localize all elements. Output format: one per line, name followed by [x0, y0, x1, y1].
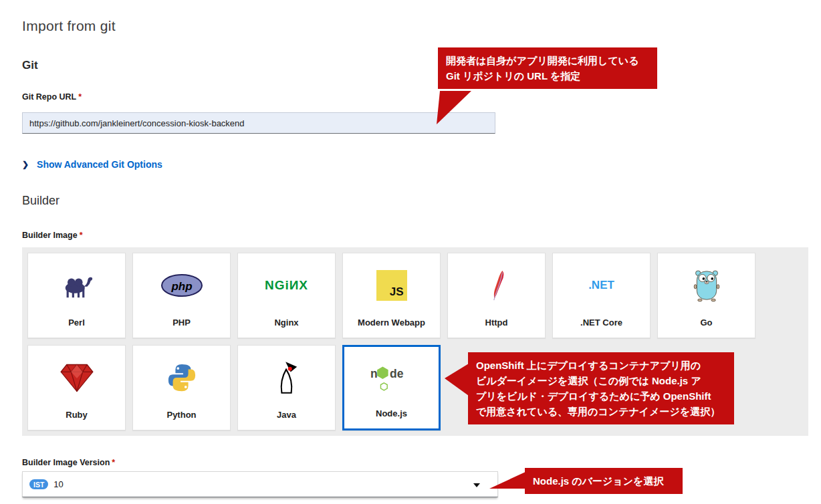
builder-image-version-label: Builder Image Version*: [22, 458, 115, 467]
builder-section-heading: Builder: [22, 194, 60, 208]
builder-image-label: Builder Image*: [22, 231, 83, 240]
annotation-git-url: 開発者は自身がアプリ開発に利用している Git リポジトリの URL を指定: [438, 47, 657, 89]
java-duke-icon: [238, 346, 335, 410]
builder-card-nginx[interactable]: NGiИX Nginx: [237, 253, 336, 338]
go-gopher-icon: [658, 253, 755, 318]
builder-card-label: Nginx: [238, 318, 335, 338]
builder-card-label: Go: [658, 318, 755, 338]
annotation-arrow-left-icon: [488, 470, 526, 490]
httpd-feather-icon: [448, 253, 545, 318]
builder-card-label: Python: [133, 410, 230, 430]
builder-card-label: Java: [238, 410, 335, 430]
required-asterisk: *: [78, 92, 82, 102]
builder-card-label: .NET Core: [553, 318, 650, 338]
selected-version-value: 10: [53, 479, 63, 489]
dotnet-icon: .NET: [553, 253, 650, 318]
show-advanced-git-options-link[interactable]: ❯ Show Advanced Git Options: [22, 159, 162, 170]
builder-card-label: Httpd: [448, 318, 545, 338]
builder-image-version-dropdown[interactable]: IST 10: [22, 471, 498, 497]
builder-card-java[interactable]: Java: [237, 345, 336, 430]
nodejs-icon: nde: [344, 347, 439, 408]
builder-card-label: Modern Webapp: [343, 318, 440, 338]
builder-card-label: Perl: [28, 318, 125, 338]
perl-camel-icon: [28, 253, 125, 318]
builder-card-python[interactable]: Python: [132, 345, 231, 430]
builder-card-go[interactable]: Go: [657, 253, 755, 338]
builder-card-perl[interactable]: Perl: [27, 253, 126, 338]
js-icon: JS: [343, 253, 440, 318]
annotation-version: Node.js のバージョンを選択: [525, 468, 683, 494]
git-repo-url-input[interactable]: [22, 112, 495, 134]
nginx-icon: NGiИX: [238, 253, 335, 318]
git-repo-url-label: Git Repo URL*: [22, 92, 82, 102]
builder-card-modern-webapp[interactable]: JS Modern Webapp: [342, 253, 441, 338]
svg-text:n: n: [370, 367, 377, 380]
svg-text:php: php: [170, 280, 192, 293]
svg-text:de: de: [390, 367, 404, 380]
builder-card-label: Ruby: [28, 410, 125, 430]
chevron-right-icon: ❯: [22, 160, 29, 169]
import-from-git-page: Import from git Git Git Repo URL* ❯ Show…: [0, 0, 821, 504]
builder-card-httpd[interactable]: Httpd: [447, 253, 546, 338]
builder-card-label: Node.js: [344, 408, 439, 428]
python-icon: [133, 346, 230, 410]
required-asterisk: *: [112, 458, 115, 467]
required-asterisk: *: [80, 231, 83, 240]
annotation-arrow-down-icon: [435, 91, 475, 126]
imagestreamtag-badge: IST: [29, 479, 48, 490]
git-section-heading: Git: [22, 59, 38, 72]
builder-card-php[interactable]: php PHP: [132, 253, 231, 338]
php-icon: php: [133, 253, 230, 318]
builder-card-label: PHP: [133, 318, 230, 338]
annotation-arrow-left-icon: [444, 362, 469, 397]
builder-card--net-core[interactable]: .NET .NET Core: [552, 253, 651, 338]
show-advanced-git-options-label: Show Advanced Git Options: [37, 159, 162, 170]
page-title: Import from git: [22, 18, 116, 34]
builder-card-ruby[interactable]: Ruby: [27, 345, 126, 430]
annotation-builder-image: OpenShift 上にデプロイするコンテナアプリ用の ビルダーイメージを選択（…: [468, 352, 734, 424]
caret-down-icon[interactable]: [473, 483, 480, 487]
ruby-gem-icon: [28, 346, 125, 410]
builder-card-node-js[interactable]: nde Node.js: [342, 345, 441, 430]
